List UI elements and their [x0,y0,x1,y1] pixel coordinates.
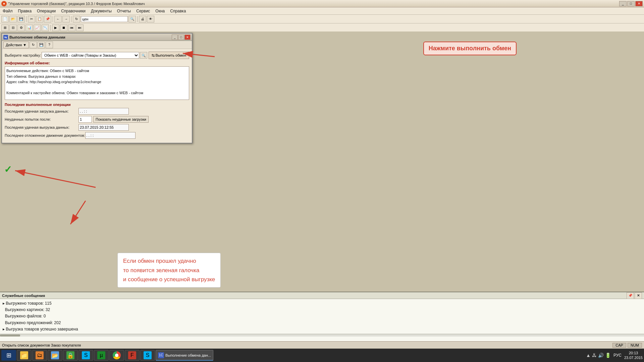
dialog-refresh-btn[interactable]: ↻ [30,42,37,48]
tray-clock[interactable]: 20:13 23.07.2015 [624,351,643,360]
fail-value: 1 [78,116,92,123]
service-line-5: ▸ Выгрузка товаров успешно завершена [3,326,641,333]
toolbar-btn-f[interactable]: 📉 [42,24,49,31]
dialog-save-btn[interactable]: 💾 [38,42,45,48]
menu-documents[interactable]: Документы [90,8,113,14]
service-close-btn[interactable]: ✕ [635,292,642,299]
taskbar-explorer-btn[interactable]: 📁 [17,350,32,361]
toolbar-btn-g[interactable]: ▶ [52,24,59,31]
tray-lang[interactable]: РУС [612,353,623,358]
last-export-label: Последняя удачная выгрузка данных: [5,125,78,129]
toolbar-open-btn[interactable]: 📂 [9,16,17,22]
dialog-help-btn[interactable]: ? [46,42,53,48]
callout-execute: Нажмите выполнить обмен [423,42,517,55]
service-line-4: Выгружено предложений: 202 [3,320,641,326]
service-scroll-thumb[interactable] [0,335,20,337]
menu-operations[interactable]: Операции [36,8,57,14]
taskbar-files-btn[interactable]: 🗂 [32,350,47,361]
toolbar-print-btn[interactable]: 🖨 [139,16,146,22]
toolbar-btn-b[interactable]: ⊟ [9,24,17,31]
taskbar-security-btn[interactable]: 🔒 [63,350,78,361]
taskbar-filezilla-btn[interactable]: F [125,350,140,361]
taskbar-active-app[interactable]: 1С Выполнение обмена дан... [156,350,213,361]
toolbar-copy-btn[interactable]: 📋 [36,16,43,22]
menu-file[interactable]: Файл [1,8,14,14]
dialog-minimize-btn[interactable]: _ [172,35,178,40]
toolbar-cut-btn[interactable]: ✂ [28,16,35,22]
info-line-1: Выполняемые действия: Обмен с WEB - сайт… [6,68,187,74]
toolbar-btn-i[interactable]: ⏮ [68,24,75,31]
tray-volume-icon[interactable]: 🔊 [598,353,604,358]
info-line-4 [6,85,187,90]
system-tray: ▲ 🖧 🔊 🔋 РУС 20:13 23.07.2015 [586,351,643,360]
last-doc-label: Последнее отложенное движение документов… [5,133,85,137]
toolbar-save-btn[interactable]: 💾 [17,16,25,22]
toolbar-btn-d[interactable]: 📊 [25,24,33,31]
tray-arrow-icon[interactable]: ▲ [586,353,591,358]
dialog-title-buttons: _ □ ✕ [172,35,191,40]
toolbar-paste-btn[interactable]: 📌 [44,16,51,22]
minimize-button[interactable]: _ [619,1,627,6]
taskbar-skype2-btn[interactable]: S [140,350,155,361]
menu-help[interactable]: Справка [169,8,187,14]
toolbar-preview-btn[interactable]: 👁 [147,16,154,22]
exchange-dialog: ⇆ Выполнение обмена данными _ □ ✕ Действ… [1,33,193,143]
last-upload-value: . . : : [78,108,129,115]
ops-section-label: Последние выполненные операции [5,103,189,107]
dialog-maximize-btn[interactable]: □ [178,35,184,40]
dialog-title-left: ⇆ Выполнение обмена данными [3,35,65,40]
title-bar: ● "Управление торговлей (базовая)", реда… [0,0,644,7]
security-icon: 🔒 [66,351,74,359]
toolbar-row-1: 📄 📂 💾 ✂ 📋 📌 ← → ↻ 🔍 🖨 👁 [0,15,644,23]
toolbar-forward-btn[interactable]: → [62,16,70,22]
toolbar-btn-c[interactable]: ⚙ [17,24,25,31]
menu-references[interactable]: Справочники [60,8,87,14]
app-icon: ● [1,1,7,6]
show-failed-btn[interactable]: Показать неудачные загрузки [93,116,149,123]
maximize-button[interactable]: □ [627,1,635,6]
toolbar-new-btn[interactable]: 📄 [1,16,9,22]
menu-bar: Файл Правка Операции Справочники Докумен… [0,7,644,15]
info-line-3: Адрес сайта: http://wpshop.idwg.org/wpsh… [6,79,187,85]
taskbar-chrome-btn[interactable] [109,350,124,361]
toolbar-btn-a[interactable]: ⊞ [1,24,9,31]
toolbar-btn-j[interactable]: ⏭ [76,24,84,31]
menu-windows[interactable]: Окна [154,8,166,14]
service-line-2: Выгружено картинок: 32 [3,307,641,313]
torrent-icon: µ [97,351,105,359]
menu-edit[interactable]: Правка [17,8,33,14]
taskbar-skype-btn[interactable]: S [78,350,93,361]
active-app-icon: 1С [158,352,164,358]
last-export-row: Последняя удачная выгрузка данных: 23.07… [5,124,189,131]
config-search-btn[interactable]: 🔍 [140,52,147,59]
explorer-icon: 📁 [20,351,28,359]
tray-time-value: 20:13 [629,351,638,355]
tray-network-icon[interactable]: 🖧 [592,353,597,358]
taskbar-folder-btn[interactable]: 📂 [48,350,62,361]
actions-dropdown-btn[interactable]: Действия ▼ [3,42,29,48]
toolbar-btn-e[interactable]: 📈 [34,24,41,31]
dialog-close-btn[interactable]: ✕ [184,35,191,40]
menu-service[interactable]: Сервис [135,8,151,14]
start-button[interactable]: ⊞ [1,350,16,361]
service-line-1: ▸ Выгружено товаров: 115 [3,300,641,307]
status-text: Открыть список документов Заказ покупате… [2,343,81,347]
service-pin-btn[interactable]: 📌 [627,292,634,299]
success-checkmark: ✓ [4,164,12,175]
title-bar-buttons: _ □ ✕ [619,1,643,6]
active-app-label: Выполнение обмена дан... [165,353,211,357]
execute-exchange-btn[interactable]: ⇆ Выполнить обмен [149,52,189,59]
files-icon: 🗂 [36,351,44,359]
toolbar-search-btn[interactable]: 🔍 [128,16,136,22]
toolbar-back-btn[interactable]: ← [54,16,62,22]
service-scrollbar[interactable] [0,334,644,337]
config-select[interactable]: Обмен с WEB - сайтом (Товары и Заказы) [42,52,139,59]
menu-reports[interactable]: Отчеты [116,8,132,14]
close-window-button[interactable]: ✕ [635,1,643,6]
toolbar-refresh-btn[interactable]: ↻ [73,16,80,22]
taskbar-torrent-btn[interactable]: µ [94,350,109,361]
search-input[interactable] [81,16,128,22]
callout-success: Если обмен прошел удачно то появится зел… [117,253,221,288]
toolbar-btn-h[interactable]: ⏹ [60,24,67,31]
tray-battery-icon[interactable]: 🔋 [605,353,611,358]
